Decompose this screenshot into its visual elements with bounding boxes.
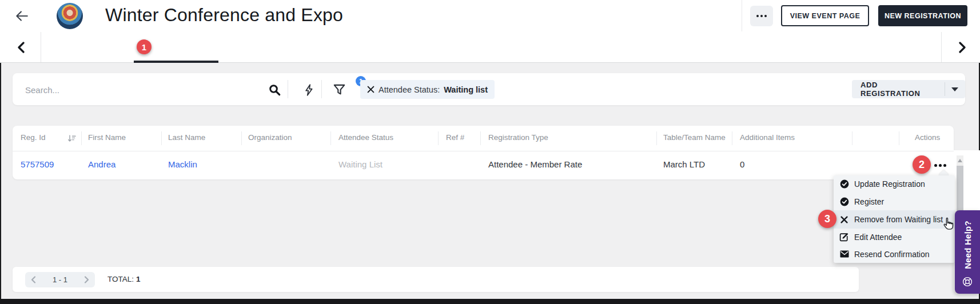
cell-table-team-name: March LTD [663, 159, 705, 169]
menu-item-update-registration[interactable]: Update Registration [834, 175, 955, 193]
add-registration-split-button: ADD REGISTRATION [852, 80, 965, 98]
attendees-table: Reg. Id First Name Last Name Organizatio… [13, 126, 954, 179]
cell-registration-type: Attendee - Member Rate [488, 159, 582, 169]
total-value: 1 [136, 275, 141, 283]
divider [13, 151, 954, 151]
divider [330, 131, 331, 145]
previous-page-button[interactable] [31, 276, 36, 283]
header-divider [742, 0, 742, 31]
column-header-actions: Actions [915, 133, 940, 142]
need-help-tab[interactable]: Need Help? [955, 210, 980, 294]
tabs-scroll-right-button[interactable] [954, 40, 971, 55]
divider [241, 131, 242, 145]
edit-icon [839, 232, 849, 242]
chevron-right-icon [84, 276, 89, 283]
header-more-button[interactable] [750, 6, 773, 26]
table-footer: 1 - 1 TOTAL:1 [13, 267, 859, 292]
event-avatar [57, 3, 83, 29]
search-icon [269, 84, 281, 96]
divider [852, 131, 852, 145]
filter-chip-label: Attendee Status: [379, 85, 440, 94]
cell-first-name-link[interactable]: Andrea [88, 159, 115, 169]
ellipsis-icon [756, 15, 759, 17]
total-count: TOTAL:1 [107, 275, 141, 283]
chevron-left-icon [31, 276, 36, 283]
divider [438, 131, 439, 145]
search-input[interactable] [24, 81, 255, 98]
chevron-left-icon [17, 42, 25, 53]
row-actions-menu: Update Registration Register Remove from… [834, 175, 955, 263]
filter-chip-value: Waiting list [444, 85, 488, 94]
divider [321, 80, 322, 98]
add-registration-dropdown-button[interactable] [945, 80, 965, 98]
check-circle-icon [839, 179, 849, 189]
column-header-table-team-name[interactable]: Table/Team Name [663, 133, 726, 142]
search-button[interactable] [268, 83, 281, 97]
divider [656, 131, 657, 145]
sort-icon[interactable] [67, 134, 76, 145]
menu-item-edit-attendee[interactable]: Edit Attendee [834, 229, 955, 245]
column-header-registration-type[interactable]: Registration Type [488, 133, 548, 142]
cell-last-name-link[interactable]: Macklin [168, 159, 197, 169]
column-header-reg-id[interactable]: Reg. Id [21, 133, 46, 142]
back-button[interactable] [13, 7, 31, 25]
divider [480, 131, 481, 145]
cell-additional-items: 0 [740, 159, 744, 169]
divider [161, 131, 162, 145]
divider [941, 32, 942, 62]
remove-filter-icon[interactable] [367, 86, 375, 93]
column-header-first-name[interactable]: First Name [88, 133, 126, 142]
total-label: TOTAL: [107, 275, 134, 283]
need-help-label: Need Help? [955, 215, 980, 274]
x-icon [839, 216, 849, 223]
divider [732, 131, 732, 145]
event-management-screen: Winter Conference and Expo VIEW EVENT PA… [0, 0, 980, 304]
row-actions-button[interactable] [932, 162, 949, 169]
annotation-step-3-badge: 3 [818, 210, 836, 228]
arrow-left-icon [14, 10, 29, 22]
attendee-toolbar: 1 Attendee Status: Waiting list ADD REGI… [13, 73, 965, 105]
scrollbar-thumb[interactable] [957, 166, 963, 217]
chevron-down-icon [951, 87, 958, 91]
cursor-hand-icon [942, 217, 955, 233]
divider [41, 32, 41, 62]
column-header-ref[interactable]: Ref # [446, 133, 464, 142]
scrollbar-up-arrow-icon[interactable] [958, 159, 962, 162]
filter-funnel-icon [333, 84, 345, 95]
column-header-additional-items[interactable]: Additional Items [740, 133, 795, 142]
view-event-page-button[interactable]: VIEW EVENT PAGE [781, 5, 869, 26]
column-header-last-name[interactable]: Last Name [168, 133, 205, 142]
menu-item-register[interactable]: Register [834, 193, 955, 210]
menu-item-remove-from-waiting-list[interactable]: Remove from Waiting list [834, 210, 955, 229]
divider [81, 131, 82, 145]
divider [288, 80, 288, 98]
envelope-icon [839, 250, 849, 258]
active-tab-underline [134, 61, 218, 63]
pagination: 1 - 1 [25, 272, 95, 287]
life-buoy-icon [962, 277, 973, 289]
next-page-button[interactable] [84, 276, 89, 283]
bottom-frame-bar [0, 299, 980, 304]
page-title: Winter Conference and Expo [105, 5, 343, 26]
filter-button[interactable] [332, 83, 346, 97]
divider [899, 131, 899, 145]
new-registration-button[interactable]: NEW REGISTRATION [878, 5, 967, 26]
filter-chip-attendee-status[interactable]: Attendee Status: Waiting list [360, 80, 495, 99]
tabs-scroll-left-button[interactable] [13, 40, 30, 55]
column-header-organization[interactable]: Organization [248, 133, 292, 142]
add-registration-button[interactable]: ADD REGISTRATION [852, 80, 945, 98]
annotation-step-1-badge: 1 [137, 39, 152, 54]
cell-reg-id-link[interactable]: 5757509 [21, 159, 54, 169]
chevron-right-icon [958, 42, 966, 53]
ellipsis-icon [934, 164, 937, 167]
annotation-step-2-badge: 2 [913, 155, 931, 174]
lightning-icon [303, 84, 313, 96]
check-circle-icon [839, 197, 849, 206]
column-header-attendee-status[interactable]: Attendee Status [338, 133, 393, 142]
page-range: 1 - 1 [53, 275, 67, 284]
quick-actions-button[interactable] [301, 83, 315, 97]
cell-attendee-status: Waiting List [338, 159, 383, 169]
menu-item-resend-confirmation[interactable]: Resend Confirmation [834, 245, 955, 263]
app-header: Winter Conference and Expo VIEW EVENT PA… [0, 0, 980, 32]
